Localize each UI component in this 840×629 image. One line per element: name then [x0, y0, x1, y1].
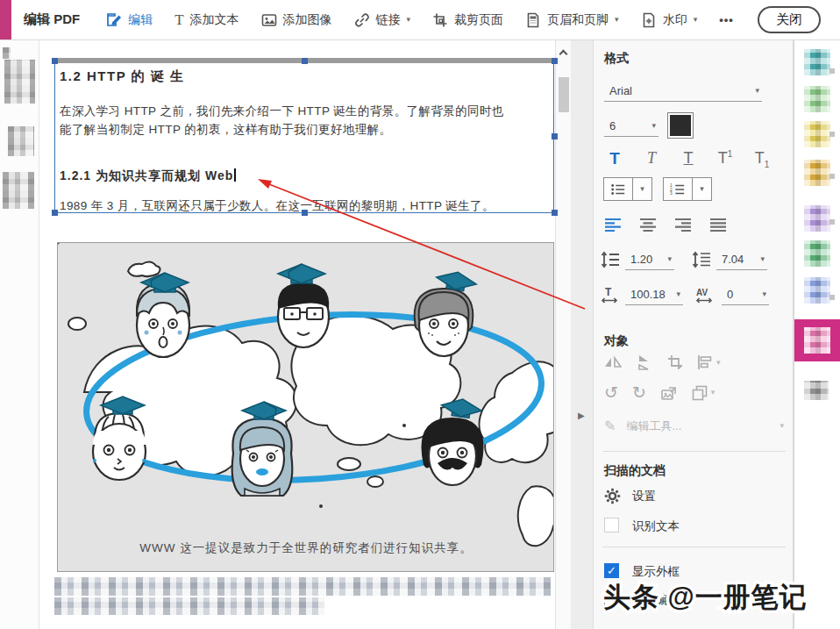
show-outline-checkbox[interactable]: ✓: [604, 563, 619, 578]
top-toolbar: 编辑 PDF 编辑 T 添加文本 添加图像: [0, 0, 840, 40]
selection-handle[interactable]: [552, 210, 558, 216]
header-footer-page-icon: [525, 12, 541, 28]
selection-handle[interactable]: [52, 210, 58, 216]
scrollbar-thumb[interactable]: [559, 77, 569, 112]
show-outline-label: 显示外框: [632, 564, 680, 580]
replace-image-icon[interactable]: [660, 385, 678, 401]
doc-section-heading[interactable]: 1.2 HTTP 的 诞 生: [60, 68, 184, 85]
superscript-button[interactable]: T1: [711, 149, 739, 169]
bullet-list-dropdown[interactable]: ▾: [633, 177, 652, 201]
text-cursor: [234, 168, 236, 182]
document-scrollbar[interactable]: [555, 40, 571, 629]
bullet-list-button[interactable]: [603, 177, 633, 201]
underline-button[interactable]: T: [674, 149, 702, 169]
svg-text:3: 3: [670, 191, 673, 196]
settings-row[interactable]: 设置: [604, 488, 656, 504]
censored-tool-icon[interactable]: [804, 381, 829, 400]
sup-1: 1: [728, 149, 733, 159]
rotate-right-icon[interactable]: ↻: [632, 384, 646, 401]
selection-handle[interactable]: [302, 58, 308, 64]
scroll-up-icon[interactable]: [559, 50, 568, 59]
format-heading: 格式: [604, 51, 629, 67]
bold-button[interactable]: T: [601, 149, 629, 169]
recognize-text-label: 识别文本: [632, 518, 680, 534]
add-image-icon: [261, 12, 277, 28]
paragraph-spacing-value: 7.04: [722, 253, 744, 266]
more-tools-button[interactable]: •••: [719, 13, 734, 26]
doc-paragraph[interactable]: 在深入学习 HTTP 之前，我们先来介绍一下 HTTP 诞生的背景。了解背景的同…: [60, 102, 552, 139]
selected-tool-highlight[interactable]: [794, 319, 840, 361]
flip-horizontal-icon[interactable]: [636, 354, 653, 370]
chevron-down-icon: ▾: [755, 87, 759, 95]
crop-object-icon[interactable]: [667, 354, 683, 370]
line-spacing-value: 1.20: [630, 253, 652, 266]
add-image-button[interactable]: 添加图像: [261, 12, 332, 28]
align-objects-button[interactable]: ▾: [697, 354, 721, 370]
censored-tool-icon[interactable]: [804, 160, 830, 186]
doc-subsection-heading[interactable]: 1.2.1 为知识共享而规划 Web: [60, 168, 236, 184]
censored-tool-icon[interactable]: [804, 121, 830, 147]
scale-row: T 100.18 ▾ AV 0 ▾: [601, 284, 787, 307]
flip-vertical-icon[interactable]: [604, 354, 622, 370]
figure-box[interactable]: WWW 这一提议是致力于全世界的研究者们进行知识共享。: [57, 242, 554, 572]
align-center-button[interactable]: [639, 218, 657, 232]
edit-tools-row[interactable]: ✎ 编辑工具... ▾: [604, 418, 784, 434]
link-menu-button[interactable]: 链接 ▾: [354, 12, 411, 28]
censored-tool-icon[interactable]: [804, 205, 830, 232]
horizontal-scale-select[interactable]: 100.18 ▾: [625, 284, 683, 305]
arrange-button[interactable]: ▾: [692, 385, 715, 401]
char-spacing-select[interactable]: 0 ▾: [722, 284, 769, 305]
edit-pen-icon: [106, 12, 122, 28]
format-panel: 格式 Arial ▾ 6 ▾ T T T T1 T1 ▾ 123: [593, 40, 794, 629]
censored-thumbnail: [3, 172, 34, 209]
underline-T: T: [684, 149, 694, 167]
link-label: 链接: [376, 12, 401, 28]
line-spacing-icon: [601, 251, 620, 268]
close-button[interactable]: 关闭: [758, 6, 821, 33]
censored-tool-icon[interactable]: [804, 240, 830, 267]
subscript-button[interactable]: T1: [748, 149, 776, 169]
selection-handle[interactable]: [552, 58, 558, 64]
bullet-list-icon: [610, 182, 626, 197]
chevron-down-icon: ▾: [651, 122, 656, 130]
rotate-left-icon[interactable]: ↺: [604, 384, 618, 401]
panel-collapse-icon[interactable]: ▶: [578, 411, 585, 420]
font-size-select[interactable]: 6 ▾: [604, 116, 658, 137]
font-family-select[interactable]: Arial ▾: [604, 81, 762, 102]
edit-button[interactable]: 编辑: [106, 12, 153, 28]
italic-T: T: [647, 149, 656, 167]
font-color-swatch[interactable]: [667, 112, 694, 139]
sup-T: T: [718, 149, 728, 167]
add-text-button[interactable]: T 添加文本: [174, 12, 238, 28]
align-left-button[interactable]: [604, 218, 622, 232]
list-row: ▾ 123 ▾: [603, 177, 712, 201]
censored-tool-icon[interactable]: [804, 49, 830, 75]
selection-handle[interactable]: [552, 133, 558, 139]
line-spacing-select[interactable]: 1.20 ▾: [625, 249, 674, 270]
watermark-button[interactable]: 水印 ▾: [641, 12, 698, 28]
edit-tools-label: 编辑工具...: [626, 418, 681, 434]
paragraph-spacing-select[interactable]: 7.04 ▾: [716, 249, 767, 270]
add-text-label: 添加文本: [190, 12, 239, 28]
paragraph-spacing-icon: [692, 251, 711, 268]
censored-tool-icon[interactable]: [804, 86, 830, 112]
numbered-list-dropdown[interactable]: ▾: [693, 177, 712, 201]
align-right-button[interactable]: [674, 218, 692, 232]
censored-text-line: [54, 577, 551, 596]
crop-pages-button[interactable]: 裁剪页面: [432, 12, 503, 28]
censored-tool-icon: [804, 327, 830, 354]
document-canvas[interactable]: 1.2 HTTP 的 诞 生 在深入学习 HTTP 之前，我们先来介绍一下 HT…: [39, 40, 593, 629]
chevron-down-icon: ▾: [760, 255, 765, 263]
left-thumbnail-rail[interactable]: [0, 40, 39, 629]
chevron-down-icon: ▾: [700, 185, 704, 193]
crop-page-icon: [432, 12, 448, 28]
selection-handle[interactable]: [52, 58, 58, 64]
italic-button[interactable]: T: [637, 149, 666, 169]
selection-handle[interactable]: [302, 210, 308, 216]
gear-icon: [604, 488, 621, 504]
align-justify-button[interactable]: [709, 218, 727, 232]
censored-tool-icon[interactable]: [804, 277, 830, 304]
header-footer-button[interactable]: 页眉和页脚 ▾: [525, 12, 619, 28]
strip-marker: [829, 219, 835, 225]
numbered-list-button[interactable]: 123: [663, 177, 693, 201]
